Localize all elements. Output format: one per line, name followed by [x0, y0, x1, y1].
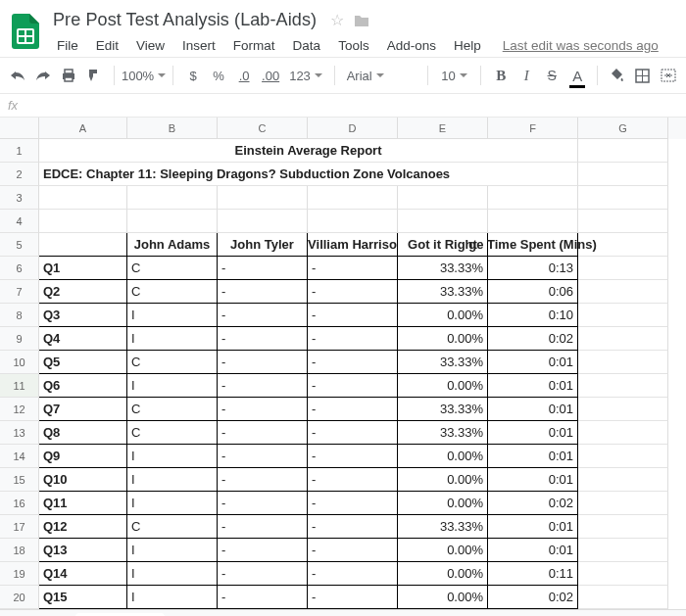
cell[interactable] [578, 139, 668, 163]
cell[interactable] [578, 492, 668, 515]
cell-pct-correct[interactable]: 0.00% [398, 492, 488, 515]
menu-file[interactable]: File [49, 34, 86, 57]
cell-time-spent[interactable]: 0:06 [488, 280, 578, 304]
row-header[interactable]: 5 [0, 233, 39, 257]
cell-time-spent[interactable]: 0:01 [488, 421, 578, 445]
menu-format[interactable]: Format [225, 34, 283, 57]
cell[interactable] [308, 186, 398, 210]
cell-response[interactable]: - [308, 492, 398, 515]
cell[interactable] [578, 210, 668, 233]
zoom-dropdown[interactable]: 100% [126, 66, 162, 85]
column-header-A[interactable]: A [39, 118, 127, 139]
cell-response[interactable]: - [308, 515, 398, 539]
row-header[interactable]: 15 [0, 468, 39, 492]
cell-pct-correct[interactable]: 33.33% [398, 257, 488, 280]
cell-pct-correct[interactable]: 0.00% [398, 562, 488, 586]
borders-icon[interactable] [635, 66, 651, 85]
cell-response[interactable]: C [127, 515, 218, 539]
row-header[interactable]: 18 [0, 539, 39, 562]
cell-response[interactable]: - [308, 304, 398, 327]
cell-question[interactable]: Q13 [39, 539, 127, 562]
cell-response[interactable]: - [308, 280, 398, 304]
cell-response[interactable]: - [218, 492, 308, 515]
cell-question[interactable]: Q14 [39, 562, 127, 586]
cell-time-spent[interactable]: 0:10 [488, 304, 578, 327]
cell[interactable] [127, 210, 218, 233]
cell[interactable] [398, 186, 488, 210]
cell-response[interactable]: I [127, 562, 218, 586]
move-folder-icon[interactable] [354, 14, 369, 27]
cell-question[interactable]: Q9 [39, 445, 127, 468]
row-header[interactable]: 2 [0, 163, 39, 186]
cell-response[interactable]: C [127, 398, 218, 421]
cell-time-spent[interactable]: 0:01 [488, 351, 578, 374]
increase-decimal-button[interactable]: .00 [262, 66, 279, 85]
row-header[interactable]: 20 [0, 586, 39, 609]
cell[interactable] [578, 327, 668, 351]
row-header[interactable]: 11 [0, 374, 39, 398]
cell-time-spent[interactable]: 0:01 [488, 374, 578, 398]
column-header-D[interactable]: D [308, 118, 398, 139]
last-edit-link[interactable]: Last edit was seconds ago [503, 38, 659, 53]
cell-question[interactable]: Q3 [39, 304, 127, 327]
cell-response[interactable]: - [308, 539, 398, 562]
cell[interactable] [578, 586, 668, 609]
cell-time-spent[interactable]: 0:01 [488, 468, 578, 492]
cell-response[interactable]: - [308, 586, 398, 609]
cell[interactable] [488, 186, 578, 210]
cell-response[interactable]: - [218, 445, 308, 468]
row-header[interactable]: 9 [0, 327, 39, 351]
cell-response[interactable]: - [308, 374, 398, 398]
cell-time-spent[interactable]: 0:02 [488, 586, 578, 609]
cell-pct-correct[interactable]: 0.00% [398, 327, 488, 351]
cell-response[interactable]: - [218, 351, 308, 374]
cell-question[interactable]: Q10 [39, 468, 127, 492]
document-title[interactable]: Pre Post Test Analysis (Lab-Aids) [49, 8, 320, 32]
cell-response[interactable]: - [218, 468, 308, 492]
cell-response[interactable]: I [127, 468, 218, 492]
row-header[interactable]: 13 [0, 421, 39, 445]
number-format-dropdown[interactable]: 123 [289, 66, 322, 85]
menu-addons[interactable]: Add-ons [379, 34, 444, 57]
text-color-button[interactable]: A [569, 66, 585, 85]
column-header-G[interactable]: G [578, 118, 668, 139]
cell-time-spent[interactable]: 0:11 [488, 562, 578, 586]
cell-time-spent[interactable]: 0:01 [488, 445, 578, 468]
row-header[interactable]: 19 [0, 562, 39, 586]
cell-response[interactable]: I [127, 539, 218, 562]
row-header[interactable]: 16 [0, 492, 39, 515]
cell[interactable] [488, 210, 578, 233]
menu-insert[interactable]: Insert [174, 34, 223, 57]
cell-pct-correct[interactable]: 0.00% [398, 468, 488, 492]
cell-pct-correct[interactable]: 0.00% [398, 374, 488, 398]
cell[interactable] [578, 163, 668, 186]
cell-response[interactable]: - [218, 421, 308, 445]
cell-pct-correct[interactable]: 33.33% [398, 351, 488, 374]
row-header[interactable]: 8 [0, 304, 39, 327]
cell-response[interactable]: I [127, 445, 218, 468]
cell-time-spent[interactable]: 0:01 [488, 515, 578, 539]
cell-time-spent[interactable]: 0:02 [488, 327, 578, 351]
cell-response[interactable]: - [308, 351, 398, 374]
select-all-corner[interactable] [0, 118, 39, 139]
cell-pct-correct[interactable]: 0.00% [398, 445, 488, 468]
cell-header-student[interactable]: John Tyler [218, 233, 308, 257]
cell-question[interactable]: Q7 [39, 398, 127, 421]
cell[interactable] [39, 186, 127, 210]
cell-pct-correct[interactable]: 33.33% [398, 398, 488, 421]
cell-question[interactable]: Q4 [39, 327, 127, 351]
formula-bar[interactable]: fx [0, 94, 686, 118]
cell[interactable] [578, 257, 668, 280]
cell[interactable] [578, 233, 668, 257]
menu-help[interactable]: Help [446, 34, 489, 57]
row-header[interactable]: 17 [0, 515, 39, 539]
cell-response[interactable]: - [308, 445, 398, 468]
column-header-B[interactable]: B [127, 118, 218, 139]
format-percent-button[interactable]: % [211, 66, 226, 85]
cell[interactable] [39, 210, 127, 233]
cell-question[interactable]: Q8 [39, 421, 127, 445]
cell-response[interactable]: - [218, 398, 308, 421]
cell-response[interactable]: C [127, 257, 218, 280]
decrease-decimal-button[interactable]: .0 [236, 66, 252, 85]
cell-response[interactable]: I [127, 586, 218, 609]
